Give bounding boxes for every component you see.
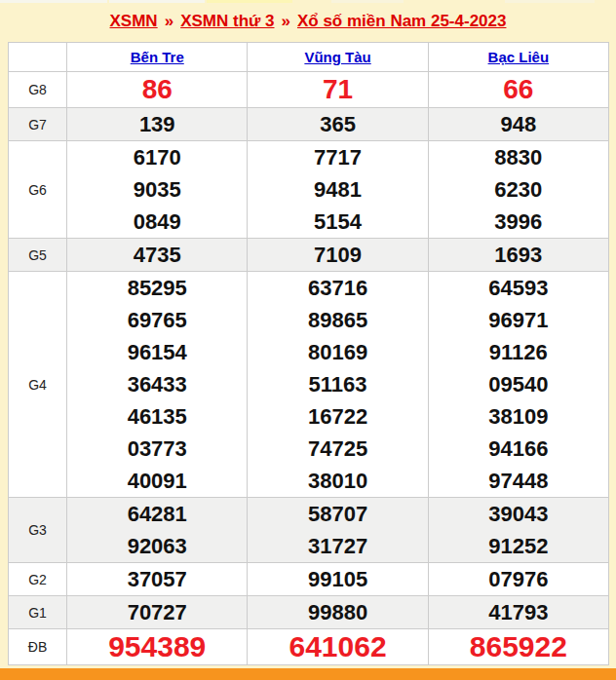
prize-cell: 86: [67, 72, 248, 108]
prize-value: 37057: [67, 563, 247, 595]
prize-cell: 6428192063: [67, 498, 248, 563]
prize-value: 5154: [248, 206, 427, 238]
prize-value: 80169: [248, 336, 427, 368]
prize-value: 7717: [248, 141, 427, 173]
prize-value: 139: [67, 108, 247, 140]
prize-cell: 63716898658016951163167227472538010: [248, 272, 428, 498]
prize-value: 948: [429, 108, 608, 140]
prize-label: G3: [9, 498, 67, 563]
prize-label: G7: [9, 108, 67, 141]
prize-value: 365: [248, 108, 427, 140]
prize-cell: 641062: [248, 629, 428, 665]
prize-value: 64281: [67, 498, 247, 530]
prize-cell: 37057: [67, 563, 248, 596]
prize-label: G6: [9, 141, 67, 239]
prize-value: 99880: [248, 596, 427, 628]
prize-cell: 365: [248, 108, 428, 141]
header-row: Bến Tre Vũng Tàu Bạc Liêu: [9, 43, 609, 72]
prize-value: 40091: [67, 465, 247, 497]
prize-cell: 948: [428, 108, 608, 141]
prize-cell: 41793: [428, 596, 608, 629]
prize-value: 71: [248, 72, 427, 107]
prize-value: 66: [429, 72, 608, 107]
province-link-bac-lieu[interactable]: Bạc Liêu: [488, 49, 550, 65]
prize-value: 38010: [248, 465, 427, 497]
prize-cell: 5870731727: [248, 498, 428, 563]
prize-label: G8: [9, 72, 67, 108]
column-header-vung-tau: Vũng Tàu: [248, 43, 428, 72]
province-link-ben-tre[interactable]: Bến Tre: [131, 49, 184, 65]
prize-cell: 139: [67, 108, 248, 141]
prize-cell: 99880: [248, 596, 428, 629]
prize-value: 3996: [429, 206, 608, 238]
prize-value: 89865: [248, 304, 427, 336]
results-body: G8867166G7139365948G66170903508497717948…: [9, 72, 609, 665]
tab-remnant: [331, 0, 404, 3]
top-tab-remnants: [0, 0, 616, 3]
prize-cell: 7109: [248, 239, 428, 272]
column-header-ben-tre: Bến Tre: [67, 43, 248, 72]
prize-cell: 617090350849: [67, 141, 248, 239]
prize-cell: 07976: [428, 563, 608, 596]
prize-value: 9035: [67, 173, 247, 206]
prize-value: 92063: [67, 530, 247, 562]
breadcrumb-separator: »: [165, 12, 173, 31]
corner-cell: [9, 43, 67, 72]
table-row: G3642819206358707317273904391252: [9, 498, 609, 563]
tab-remnant: [0, 0, 107, 3]
prize-cell: 71: [248, 72, 428, 108]
prize-cell: 4735: [67, 239, 248, 272]
prize-value: 39043: [429, 498, 608, 530]
prize-value: 865922: [429, 629, 608, 664]
breadcrumb-link-xsmn[interactable]: XSMN: [110, 12, 158, 31]
prize-value: 7109: [248, 239, 427, 271]
breadcrumb-link-xo-so-mien-nam-date[interactable]: Xổ số miền Nam 25-4-2023: [297, 12, 506, 31]
lottery-results-table: Bến Tre Vũng Tàu Bạc Liêu G8867166G71393…: [8, 42, 609, 665]
prize-value: 86: [67, 72, 247, 107]
table-row: G485295697659615436433461350377340091637…: [9, 272, 609, 498]
prize-value: 91252: [429, 530, 608, 562]
prize-cell: 771794815154: [248, 141, 428, 239]
prize-value: 41793: [429, 596, 608, 628]
table-row: G7139365948: [9, 108, 609, 141]
prize-label: G5: [9, 239, 67, 272]
prize-value: 8830: [429, 141, 608, 173]
prize-value: 09540: [429, 368, 608, 400]
bottom-accent-bar: [0, 668, 616, 680]
prize-cell: 64593969719112609540381099416697448: [428, 272, 608, 498]
tab-remnant: [505, 0, 595, 3]
prize-cell: 1693: [428, 239, 608, 272]
prize-value: 63716: [248, 272, 427, 304]
breadcrumb-separator: »: [282, 12, 290, 31]
table-row: G1707279988041793: [9, 596, 609, 629]
prize-value: 94166: [429, 433, 608, 465]
prize-cell: 85295697659615436433461350377340091: [67, 272, 248, 498]
prize-value: 07976: [429, 563, 608, 595]
prize-cell: 954389: [67, 629, 248, 665]
breadcrumb-link-xsmn-thu-3[interactable]: XSMN thứ 3: [180, 12, 274, 31]
prize-value: 9481: [248, 173, 427, 206]
prize-value: 03773: [67, 433, 247, 465]
prize-label: G2: [9, 563, 67, 596]
prize-value: 74725: [248, 433, 427, 465]
tab-remnant-active: [207, 0, 292, 3]
prize-value: 96971: [429, 304, 608, 336]
prize-cell: 865922: [428, 629, 608, 665]
province-link-vung-tau[interactable]: Vũng Tàu: [304, 49, 370, 65]
column-header-bac-lieu: Bạc Liêu: [428, 43, 608, 72]
table-row: G2370579910507976: [9, 563, 609, 596]
prize-value: 58707: [248, 498, 427, 530]
prize-value: 38109: [429, 400, 608, 433]
prize-value: 6170: [67, 141, 247, 173]
prize-value: 51163: [248, 368, 427, 400]
prize-value: 96154: [67, 336, 247, 368]
prize-label: G4: [9, 272, 67, 498]
prize-cell: 70727: [67, 596, 248, 629]
prize-value: 6230: [429, 173, 608, 206]
prize-label: ĐB: [9, 629, 67, 665]
tab-remnant: [109, 0, 205, 3]
prize-value: 641062: [248, 629, 427, 664]
prize-value: 97448: [429, 465, 608, 497]
prize-value: 1693: [429, 239, 608, 271]
table-row: ĐB954389641062865922: [9, 629, 609, 665]
